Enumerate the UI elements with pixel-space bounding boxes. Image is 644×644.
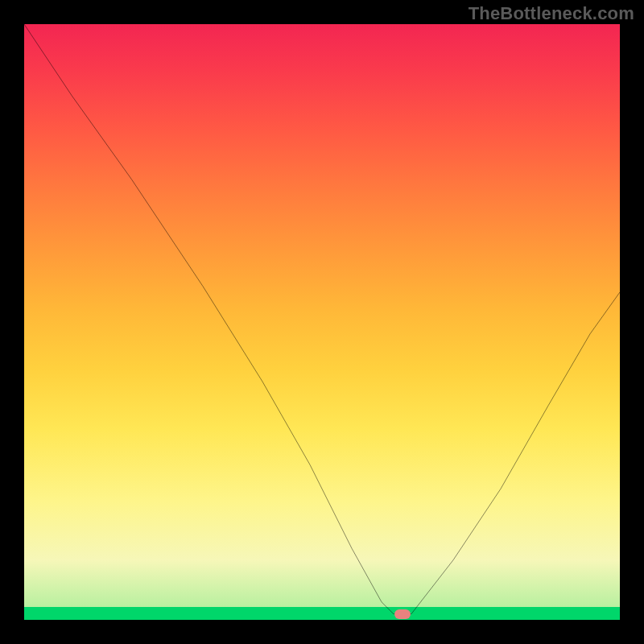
curve-path bbox=[24, 24, 620, 614]
watermark-text: TheBottleneck.com bbox=[469, 3, 634, 24]
bottleneck-curve bbox=[24, 24, 620, 620]
optimal-marker bbox=[394, 609, 411, 619]
chart-frame: TheBottleneck.com bbox=[0, 0, 644, 644]
plot-area bbox=[24, 24, 620, 620]
